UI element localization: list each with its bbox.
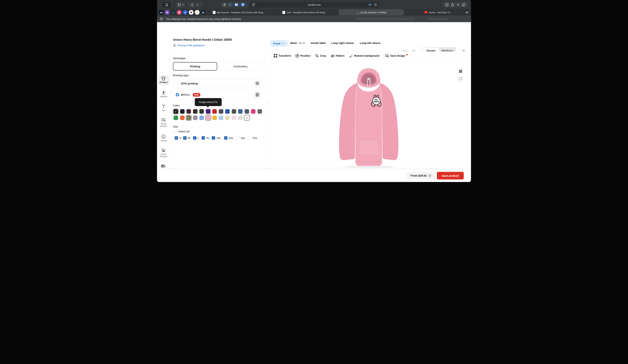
size-label: Size — [173, 125, 178, 128]
profile-button[interactable] — [163, 2, 171, 7]
grid-toggle-icon[interactable] — [459, 77, 462, 80]
color-tooltip-tail — [206, 106, 209, 108]
color-swatch[interactable] — [251, 109, 255, 114]
size-checkbox-5xl[interactable] — [248, 136, 251, 140]
window-extension-icon[interactable] — [235, 3, 238, 6]
color-swatch[interactable] — [199, 116, 204, 120]
tab-my-products-active[interactable]: (2) My products | Printful — [339, 9, 403, 15]
placement-tab-back[interactable]: Back +$5.95 — [290, 41, 305, 45]
size-checkbox-3xl[interactable]: ✓ — [224, 136, 228, 140]
color-swatch-white-selected[interactable]: ✓ — [244, 116, 249, 120]
pinned-tab-1[interactable]: m — [159, 10, 163, 15]
dismiss-notification-icon[interactable] — [160, 17, 163, 20]
radio-unchecked-icon[interactable] — [176, 82, 179, 85]
color-swatch[interactable] — [173, 116, 178, 120]
sidebar-toggle-button[interactable] — [176, 2, 185, 7]
remove-background-tool[interactable]: Remove background — [349, 54, 379, 58]
color-swatch[interactable] — [186, 109, 191, 114]
sidebar-item-product[interactable]: Product — [157, 76, 170, 83]
notification-text: This webpage was reloaded because it was… — [166, 18, 241, 20]
color-swatch-light-pink-selected[interactable]: ✓ — [206, 116, 210, 120]
dtg-printing-option[interactable]: DTG printing — [173, 79, 263, 88]
pinned-tab-5[interactable]: U — [183, 10, 187, 15]
placement-tab-front[interactable]: Front incl. — [270, 40, 288, 47]
placement-tab-long-left-sleeve[interactable]: Long left sleeve — [360, 41, 380, 45]
placement-tab-long-right-sleeve[interactable]: Long right sleeve — [331, 41, 354, 45]
dtflex-option[interactable]: DTFlex New — [173, 90, 263, 99]
position-tool[interactable]: Position — [296, 54, 310, 58]
color-swatch[interactable] — [212, 116, 217, 120]
size-checkbox-l[interactable]: ✓ — [193, 136, 196, 140]
save-product-button[interactable]: Save product — [437, 172, 464, 179]
pinned-tab-3[interactable]: ◎ — [171, 10, 175, 15]
pricing-guidelines-link[interactable]: Pricing & file guidelines — [177, 44, 205, 47]
color-swatch[interactable] — [212, 109, 217, 114]
color-swatch-purple-hovered[interactable] — [206, 109, 210, 114]
sidebar-item-uploads[interactable]: Uploads — [157, 91, 170, 98]
pinned-tab-7[interactable]: ✳ — [195, 10, 200, 15]
color-swatch[interactable] — [199, 109, 204, 114]
price-info-icon[interactable]: i — [428, 174, 431, 177]
size-checkbox-xl[interactable]: ✓ — [202, 136, 205, 140]
shield-extension-icon[interactable] — [228, 3, 232, 6]
technique-embroidery-button[interactable]: Embroidery — [218, 62, 263, 71]
pinned-tab-8[interactable]: @ — [201, 10, 206, 15]
color-swatch[interactable] — [238, 109, 242, 114]
technique-printing-button[interactable]: Printing — [173, 62, 217, 71]
crop-tool[interactable]: Crop — [315, 54, 326, 58]
color-swatch[interactable] — [180, 116, 185, 120]
reload-icon[interactable] — [374, 3, 377, 6]
collapse-panel-button[interactable]: ‹ — [266, 100, 269, 105]
layered-print-icon — [255, 92, 259, 97]
transform-tool[interactable]: Transform — [274, 54, 291, 58]
audio-mute-icon[interactable] — [368, 3, 372, 6]
radio-checked-icon[interactable] — [176, 93, 179, 96]
size-checkbox-s[interactable]: ✓ — [175, 136, 178, 140]
pinned-tab-6[interactable]: ✹ — [189, 10, 194, 15]
downloads-icon[interactable] — [445, 3, 449, 6]
tab-audio-icon[interactable] — [466, 11, 469, 14]
color-swatch[interactable] — [180, 109, 185, 114]
placement-tab-inside-label[interactable]: Inside label — [311, 41, 326, 45]
color-swatch[interactable]: ✓ — [173, 109, 178, 114]
color-swatch[interactable] — [238, 116, 242, 120]
color-swatch[interactable] — [232, 116, 236, 120]
share-icon[interactable] — [451, 3, 454, 6]
size-checkbox-2xl[interactable]: ✓ — [212, 136, 215, 140]
tab-title: (2) My products | Printful — [361, 11, 386, 14]
save-design-tool[interactable]: Save design — [385, 54, 408, 58]
new-tab-icon[interactable] — [457, 3, 460, 6]
tab-youtube-tv[interactable]: Home - YouTube TV — [403, 9, 471, 16]
color-swatch[interactable] — [225, 116, 230, 120]
size-checkbox-4xl[interactable] — [236, 136, 239, 140]
sidebar-item-quick-designs[interactable]: Quick Designs — [157, 148, 170, 158]
tab-cart[interactable]: Cart - Paradise Grill Online Gift Shop — [269, 9, 338, 16]
pricing-guidelines-row[interactable]: i Pricing & file guidelines — [173, 44, 205, 47]
pinned-tab-glyph: ◎ — [172, 11, 174, 14]
color-swatch[interactable] — [219, 116, 223, 120]
reader-icon[interactable] — [252, 3, 255, 6]
pinned-tab-4[interactable]: ✽ — [177, 10, 181, 15]
globe-extension-icon[interactable] — [241, 3, 245, 6]
color-swatch[interactable] — [193, 109, 198, 114]
back-icon[interactable] — [191, 3, 193, 6]
toolbar-right-group — [443, 2, 468, 7]
color-swatch[interactable]: ✓ — [186, 116, 191, 120]
color-swatch[interactable] — [257, 109, 262, 114]
color-swatch[interactable] — [219, 109, 223, 114]
color-swatch[interactable] — [225, 109, 230, 114]
pattern-tool[interactable]: Pattern — [331, 54, 344, 58]
crop-label: Crop — [320, 54, 326, 57]
size-checkbox-m[interactable]: ✓ — [183, 136, 187, 140]
tab-overview-icon[interactable] — [462, 3, 466, 6]
color-swatch[interactable] — [244, 109, 249, 114]
mockup-layout-icon[interactable] — [459, 70, 462, 73]
color-swatch[interactable] — [232, 109, 236, 114]
pinned-tab-2[interactable]: G — [165, 10, 169, 15]
color-swatch[interactable] — [193, 116, 198, 120]
tab-my-account[interactable]: My Account - Paradise Grill Online Gift … — [208, 9, 269, 16]
select-all-checkbox[interactable] — [173, 130, 177, 133]
url-bar[interactable]: printful.com — [249, 2, 380, 8]
honey-extension-icon[interactable]: h — [223, 3, 226, 6]
forward-icon[interactable] — [196, 3, 198, 6]
